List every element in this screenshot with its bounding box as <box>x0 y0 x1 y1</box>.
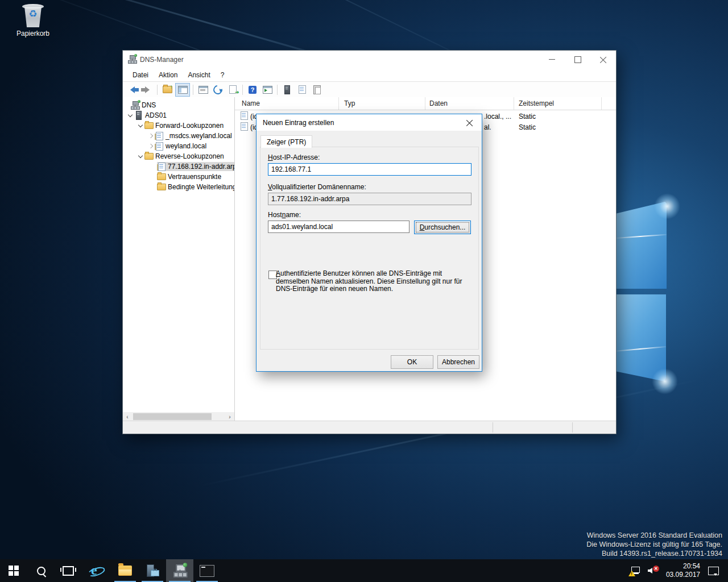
scroll-right-icon[interactable]: › <box>225 412 234 421</box>
tree-item-weyland-zone[interactable]: weyland.local <box>123 141 234 151</box>
command-prompt-button[interactable] <box>193 559 221 582</box>
recycle-bin-icon[interactable]: ♻ <box>22 3 44 28</box>
menu-aktion[interactable]: Aktion <box>154 69 183 81</box>
show-console-tree-button[interactable] <box>175 83 190 97</box>
scrollbar-thumb[interactable] <box>133 413 212 420</box>
ip-input[interactable]: 192.168.77.1 <box>268 163 471 176</box>
start-button[interactable] <box>0 559 27 582</box>
tree-label[interactable]: Bedingte Weiterleitungen <box>166 182 235 192</box>
column-name[interactable]: Name <box>242 99 260 107</box>
toolbar-separator <box>157 85 158 95</box>
tab-zeiger-ptr[interactable]: Zeiger (PTR) <box>260 135 312 148</box>
record-icon <box>241 111 248 122</box>
expander-icon[interactable] <box>136 124 144 127</box>
tree-item-bedingte-weiterleitungen[interactable]: Bedingte Weiterleitungen <box>123 182 234 192</box>
new-window-button[interactable] <box>260 84 274 96</box>
back-button[interactable] <box>126 84 139 96</box>
browse-button[interactable]: Durchsuchen... <box>414 221 471 234</box>
tree-label[interactable]: Vertrauenspunkte <box>166 172 223 181</box>
tree-horizontal-scrollbar[interactable]: ‹ › <box>123 412 234 421</box>
tree-label[interactable]: ADS01 <box>143 111 168 120</box>
tree-label[interactable]: DNS <box>140 101 158 110</box>
action-center-icon[interactable] <box>708 567 719 575</box>
tree-item-msdcs-zone[interactable]: _msdcs.weyland.local <box>123 131 234 141</box>
tree-label[interactable]: Reverse-Lookupzonen <box>154 152 226 161</box>
forward-button[interactable] <box>140 84 154 96</box>
column-typ[interactable]: Typ <box>344 99 355 107</box>
zone-icon <box>155 132 164 140</box>
tree-label[interactable]: _msdcs.weyland.local <box>164 131 234 140</box>
tree-label[interactable]: weyland.local <box>164 142 208 151</box>
tree-item-reverse-lookupzonen[interactable]: Reverse-Lookupzonen <box>123 151 234 161</box>
menu-bar: Datei Aktion Ansicht ? <box>123 68 616 81</box>
clipboard-icon <box>313 85 321 94</box>
minimize-icon <box>549 59 555 60</box>
maximize-icon <box>574 56 581 63</box>
console-tree-icon <box>178 86 188 94</box>
tree-label[interactable]: Forward-Lookupzonen <box>154 121 225 130</box>
search-button[interactable] <box>27 559 55 582</box>
expander-icon[interactable] <box>147 134 155 138</box>
tree-item-reverse-zone-selected[interactable]: 77.168.192.in-addr.arpa <box>123 161 234 172</box>
server-manager-button[interactable] <box>139 559 166 582</box>
menu-datei[interactable]: Datei <box>127 69 154 81</box>
dialog-close-button[interactable] <box>458 114 482 131</box>
record-timestamp: Static <box>519 123 536 131</box>
title-bar[interactable]: DNS-Manager <box>123 51 616 68</box>
internet-explorer-icon: e <box>88 564 103 577</box>
export-list-button[interactable] <box>226 84 239 96</box>
column-daten[interactable]: Daten <box>429 99 448 107</box>
up-one-level-button[interactable]: ↑ <box>160 84 174 96</box>
minimize-button[interactable] <box>539 51 565 68</box>
recycle-bin-label: Papierkorb <box>9 30 57 38</box>
ok-button[interactable]: OK <box>391 355 433 369</box>
expander-icon[interactable] <box>147 144 155 148</box>
volume-muted-icon[interactable]: ✕ <box>648 566 659 575</box>
properties-button[interactable] <box>196 84 210 96</box>
tree-label[interactable]: 77.168.192.in-addr.arpa <box>166 162 235 171</box>
tree-item-ads01[interactable]: ADS01 <box>123 110 234 120</box>
close-button[interactable] <box>590 51 616 68</box>
expander-icon[interactable] <box>126 114 134 117</box>
record-timestamp: Static <box>519 113 536 120</box>
help-button[interactable]: ? <box>246 84 259 96</box>
tree-item-vertrauenspunkte[interactable]: Vertrauenspunkte <box>123 172 234 182</box>
hostname-label: Hostname: <box>268 211 301 219</box>
column-zeitstempel[interactable]: Zeitstempel <box>519 99 554 107</box>
network-status-icon[interactable] <box>630 566 640 575</box>
taskbar-clock[interactable]: 20:54 03.09.2017 <box>666 562 700 579</box>
dns-manager-icon <box>173 564 187 577</box>
server-icon <box>284 85 290 94</box>
fqdn-label: Vollqualifizierter Domänenname: <box>268 183 366 191</box>
toolbar-separator <box>193 85 193 95</box>
scroll-left-icon[interactable]: ‹ <box>123 412 132 421</box>
tree-item-forward-lookupzonen[interactable]: Forward-Lookupzonen <box>123 120 234 131</box>
toolbar: ↑ ? <box>123 81 616 98</box>
server-status-button[interactable] <box>280 84 294 96</box>
toolbar-separator <box>242 85 243 95</box>
folder-icon <box>157 173 166 180</box>
dialog-title-bar[interactable]: Neuen Eintrag erstellen <box>257 114 482 131</box>
allow-update-checkbox-label[interactable]: Authentifizierte Benutzer können alle DN… <box>276 270 466 293</box>
dns-manager-taskbar-button[interactable] <box>166 559 193 582</box>
windows-logo-icon <box>9 566 19 576</box>
search-icon <box>37 567 46 575</box>
hostname-input[interactable]: ads01.weyland.local <box>268 221 410 233</box>
expander-icon[interactable] <box>136 155 144 157</box>
record-list-button[interactable] <box>295 84 309 96</box>
server-node-icon <box>134 111 143 120</box>
help-icon: ? <box>249 86 257 94</box>
copy-button[interactable] <box>310 84 324 96</box>
evaluation-watermark: Windows Server 2016 Standard Evaluation … <box>586 531 722 558</box>
recycle-bin[interactable]: ♻ Papierkorb <box>9 3 57 38</box>
file-explorer-button[interactable] <box>111 559 139 582</box>
menu-help[interactable]: ? <box>216 69 230 81</box>
cancel-button[interactable]: Abbrechen <box>437 355 479 369</box>
refresh-button[interactable] <box>211 84 225 96</box>
taskbar: e ✕ 20:54 03.09.2017 <box>0 559 728 582</box>
task-view-button[interactable] <box>55 559 82 582</box>
menu-ansicht[interactable]: Ansicht <box>183 69 215 81</box>
internet-explorer-button[interactable]: e <box>82 559 109 582</box>
tree-item-dns[interactable]: DNS <box>123 100 234 110</box>
maximize-button[interactable] <box>565 51 590 68</box>
